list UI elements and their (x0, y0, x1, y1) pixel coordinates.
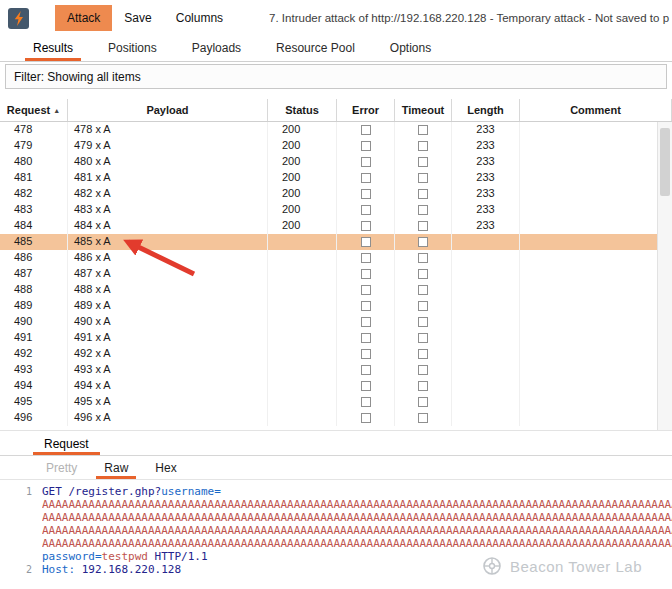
table-row[interactable]: 482 482 x A 200 233 (0, 186, 672, 202)
column-header-request[interactable]: Request ▲ (0, 99, 68, 121)
timeout-checkbox (418, 285, 428, 295)
table-row[interactable]: 489 489 x A (0, 298, 672, 314)
cell-status (268, 234, 337, 250)
cell-error (337, 202, 395, 218)
cell-error (337, 298, 395, 314)
column-header-length[interactable]: Length (452, 99, 520, 121)
column-header-timeout[interactable]: Timeout (395, 99, 452, 121)
table-row[interactable]: 492 492 x A (0, 346, 672, 362)
message-view-tabbar: Pretty Raw Hex (0, 456, 672, 480)
table-row[interactable]: 478 478 x A 200 233 (0, 122, 672, 138)
cell-error (337, 170, 395, 186)
payload-line: AAAAAAAAAAAAAAAAAAAAAAAAAAAAAAAAAAAAAAAA… (0, 511, 672, 524)
results-table: Request ▲ Payload Status Error Timeout L… (0, 99, 672, 430)
cell-comment (520, 282, 672, 298)
table-row[interactable]: 496 496 x A (0, 410, 672, 426)
cell-status: 200 (268, 202, 337, 218)
request-editor[interactable]: 1 GET /register.ghp?username= AAAAAAAAAA… (0, 480, 672, 588)
intruder-attack-window: Attack Save Columns 7. Intruder attack o… (0, 0, 672, 588)
tab-resource-pool[interactable]: Resource Pool (265, 36, 366, 61)
request-panel-tab[interactable]: Request (30, 431, 103, 455)
cell-comment (520, 154, 672, 170)
cell-error (337, 250, 395, 266)
column-header-error[interactable]: Error (337, 99, 395, 121)
table-row[interactable]: 485 485 x A (0, 234, 672, 250)
column-header-status[interactable]: Status (268, 99, 337, 121)
menu-save[interactable]: Save (112, 5, 163, 31)
table-row[interactable]: 484 484 x A 200 233 (0, 218, 672, 234)
filter-bar[interactable]: Filter: Showing all items (5, 64, 667, 89)
watermark-text: Beacon Tower Lab (510, 558, 642, 575)
cell-error (337, 138, 395, 154)
cell-payload: 493 x A (68, 362, 268, 378)
table-row[interactable]: 483 483 x A 200 233 (0, 202, 672, 218)
tab-options[interactable]: Options (379, 36, 442, 61)
table-row[interactable]: 488 488 x A (0, 282, 672, 298)
tab-positions[interactable]: Positions (97, 36, 168, 61)
watermark: Beacon Tower Lab (482, 556, 642, 576)
cell-length: 233 (452, 154, 520, 170)
table-row[interactable]: 490 490 x A (0, 314, 672, 330)
view-tab-raw[interactable]: Raw (92, 456, 140, 479)
cell-length (452, 394, 520, 410)
cell-status (268, 394, 337, 410)
request-line: 1 GET /register.ghp?username= (0, 485, 672, 498)
cell-error (337, 378, 395, 394)
cell-error (337, 410, 395, 426)
table-row[interactable]: 481 481 x A 200 233 (0, 170, 672, 186)
menu-attack[interactable]: Attack (55, 5, 112, 31)
table-row[interactable]: 493 493 x A (0, 362, 672, 378)
cell-request: 487 (0, 266, 68, 282)
cell-status (268, 298, 337, 314)
cell-timeout (395, 346, 452, 362)
cell-length: 233 (452, 138, 520, 154)
column-header-comment[interactable]: Comment (520, 99, 672, 121)
cell-length (452, 266, 520, 282)
cell-comment (520, 250, 672, 266)
error-checkbox (361, 173, 371, 183)
timeout-checkbox (418, 157, 428, 167)
timeout-checkbox (418, 253, 428, 263)
cell-status: 200 (268, 122, 337, 138)
cell-comment (520, 378, 672, 394)
view-tab-pretty[interactable]: Pretty (34, 456, 89, 479)
line-number: 1 (0, 485, 42, 498)
error-checkbox (361, 317, 371, 327)
table-row[interactable]: 486 486 x A (0, 250, 672, 266)
cell-payload: 481 x A (68, 170, 268, 186)
cell-request: 491 (0, 330, 68, 346)
menu-columns[interactable]: Columns (164, 5, 235, 31)
cell-comment (520, 298, 672, 314)
cell-comment (520, 122, 672, 138)
table-header: Request ▲ Payload Status Error Timeout L… (0, 99, 672, 122)
column-header-payload[interactable]: Payload (68, 99, 268, 121)
table-row[interactable]: 487 487 x A (0, 266, 672, 282)
cell-request: 493 (0, 362, 68, 378)
cell-payload: 484 x A (68, 218, 268, 234)
view-tab-hex[interactable]: Hex (143, 456, 188, 479)
cell-payload: 478 x A (68, 122, 268, 138)
cell-status (268, 346, 337, 362)
error-checkbox (361, 157, 371, 167)
cell-comment (520, 314, 672, 330)
scrollbar-thumb[interactable] (660, 128, 670, 196)
cell-request: 484 (0, 218, 68, 234)
cell-timeout (395, 394, 452, 410)
cell-payload: 485 x A (68, 234, 268, 250)
table-scrollbar[interactable] (657, 122, 672, 430)
table-row[interactable]: 480 480 x A 200 233 (0, 154, 672, 170)
table-row[interactable]: 491 491 x A (0, 330, 672, 346)
table-row[interactable]: 479 479 x A 200 233 (0, 138, 672, 154)
cell-error (337, 282, 395, 298)
cell-request: 483 (0, 202, 68, 218)
tab-payloads[interactable]: Payloads (181, 36, 252, 61)
table-row[interactable]: 495 495 x A (0, 394, 672, 410)
cell-request: 492 (0, 346, 68, 362)
cell-length: 233 (452, 170, 520, 186)
error-checkbox (361, 237, 371, 247)
cell-length (452, 282, 520, 298)
tab-results[interactable]: Results (22, 36, 84, 61)
cell-request: 479 (0, 138, 68, 154)
cell-payload: 496 x A (68, 410, 268, 426)
table-row[interactable]: 494 494 x A (0, 378, 672, 394)
